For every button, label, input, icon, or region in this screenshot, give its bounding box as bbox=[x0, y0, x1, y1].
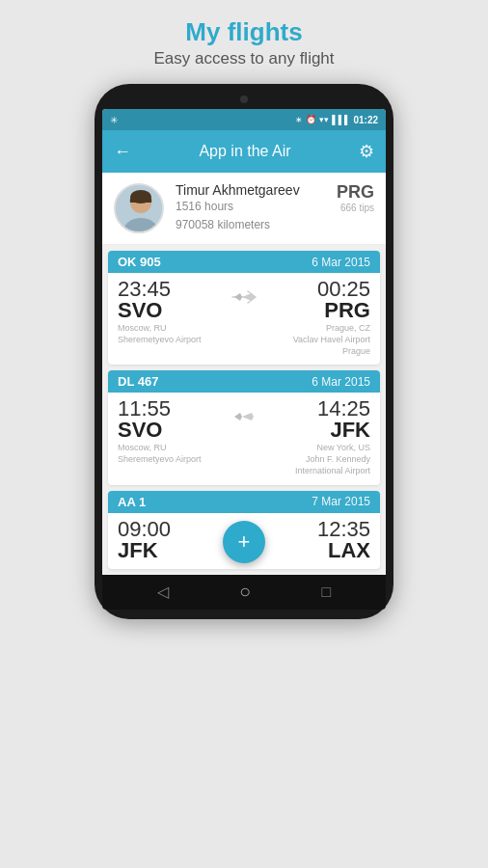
flight-dest-3: 12:35 LAX bbox=[250, 519, 370, 561]
status-right: ∗ ⏰ ▾▾ ▌▌▌ 01:22 bbox=[295, 115, 378, 125]
arr-iata-3: LAX bbox=[250, 540, 370, 561]
bluetooth-icon: ∗ bbox=[295, 115, 303, 124]
status-time: 01:22 bbox=[353, 115, 378, 125]
dep-time-1: 23:45 bbox=[118, 279, 225, 300]
signal-icon: ▌▌▌ bbox=[332, 115, 350, 124]
dep-iata-3: JFK bbox=[118, 540, 238, 561]
page-header: My flights Easy access to any flight bbox=[0, 0, 488, 80]
dep-city-2: Moscow, RUSheremetyevo Airport bbox=[118, 443, 225, 465]
flight-origin-2: 11:55 SVO Moscow, RUSheremetyevo Airport bbox=[118, 398, 225, 465]
profile-kilometers: 970058 kilometers bbox=[176, 216, 374, 234]
wifi-icon: ▾▾ bbox=[319, 115, 329, 124]
flight-dest-2: 14:25 JFK New York, USJohn F. Kennedy In… bbox=[263, 398, 370, 476]
page-subtitle: Easy access to any flight bbox=[0, 49, 488, 68]
app-status-icon: ✳ bbox=[110, 115, 118, 125]
flight-number-2: DL 467 bbox=[118, 374, 158, 389]
flights-container: OK 905 6 Mar 2015 23:45 SVO Moscow, RUSh… bbox=[102, 245, 386, 574]
alarm-icon: ⏰ bbox=[306, 115, 316, 124]
phone-device: ✳ ∗ ⏰ ▾▾ ▌▌▌ 01:22 ← App in the Air ⚙ bbox=[95, 84, 393, 619]
phone-camera bbox=[240, 95, 248, 103]
flight-date-1: 6 Mar 2015 bbox=[312, 256, 370, 269]
flight-origin-3: 09:00 JFK bbox=[118, 519, 238, 561]
nav-recent-button[interactable]: □ bbox=[322, 583, 332, 601]
settings-button[interactable]: ⚙ bbox=[359, 141, 374, 162]
app-bar: ← App in the Air ⚙ bbox=[102, 130, 386, 173]
flight-arrow-2 bbox=[230, 398, 258, 425]
status-bar: ✳ ∗ ⏰ ▾▾ ▌▌▌ 01:22 bbox=[102, 109, 386, 130]
profile-section: Timur Akhmetgareev 1516 hours 970058 kil… bbox=[102, 173, 386, 245]
flight-header-1: OK 905 6 Mar 2015 bbox=[108, 251, 380, 273]
arr-city-2: New York, USJohn F. Kennedy Internationa… bbox=[263, 443, 370, 476]
prg-badge: PRG 666 tips bbox=[337, 182, 374, 213]
flight-card-3[interactable]: AA 1 7 Mar 2015 09:00 JFK 12:35 LAX bbox=[108, 491, 380, 569]
page-title: My flights bbox=[0, 17, 488, 47]
dep-iata-1: SVO bbox=[118, 300, 225, 321]
phone-screen: ✳ ∗ ⏰ ▾▾ ▌▌▌ 01:22 ← App in the Air ⚙ bbox=[102, 109, 386, 610]
flight-card-1[interactable]: OK 905 6 Mar 2015 23:45 SVO Moscow, RUSh… bbox=[108, 251, 380, 365]
flight-arrow-1 bbox=[230, 279, 258, 306]
flight-number-3: AA 1 bbox=[118, 495, 146, 509]
arr-city-1: Prague, CZVaclav Havel Airport Prague bbox=[263, 323, 370, 357]
flight-date-3: 7 Mar 2015 bbox=[312, 495, 370, 508]
dep-time-3: 09:00 bbox=[118, 519, 238, 540]
nav-back-button[interactable]: ◁ bbox=[157, 583, 169, 601]
flight-body-2: 11:55 SVO Moscow, RUSheremetyevo Airport… bbox=[108, 393, 380, 484]
plus-icon: + bbox=[238, 531, 251, 553]
flight-header-3: AA 1 7 Mar 2015 bbox=[108, 491, 380, 513]
nav-bar: ◁ ○ □ bbox=[102, 575, 386, 610]
arr-iata-2: JFK bbox=[263, 420, 370, 441]
flight-dest-1: 00:25 PRG Prague, CZVaclav Havel Airport… bbox=[263, 279, 370, 357]
add-flight-fab[interactable]: + bbox=[223, 521, 265, 563]
flight-origin-1: 23:45 SVO Moscow, RUSheremetyevo Airport bbox=[118, 279, 225, 345]
avatar bbox=[114, 183, 164, 233]
arr-time-1: 00:25 bbox=[263, 279, 370, 300]
flight-card-2[interactable]: DL 467 6 Mar 2015 11:55 SVO Moscow, RUSh… bbox=[108, 370, 380, 484]
prg-code: PRG bbox=[337, 182, 374, 203]
back-button[interactable]: ← bbox=[114, 142, 131, 162]
arr-time-3: 12:35 bbox=[250, 519, 370, 540]
dep-city-1: Moscow, RUSheremetyevo Airport bbox=[118, 323, 225, 345]
nav-home-button[interactable]: ○ bbox=[239, 581, 251, 603]
dep-time-2: 11:55 bbox=[118, 398, 225, 420]
dep-iata-2: SVO bbox=[118, 420, 225, 441]
arr-iata-1: PRG bbox=[263, 300, 370, 321]
flight-date-2: 6 Mar 2015 bbox=[312, 375, 370, 389]
flight-body-1: 23:45 SVO Moscow, RUSheremetyevo Airport… bbox=[108, 273, 380, 365]
flight-header-2: DL 467 6 Mar 2015 bbox=[108, 370, 380, 393]
flight-number-1: OK 905 bbox=[118, 255, 161, 269]
app-bar-title: App in the Air bbox=[199, 143, 290, 160]
arr-time-2: 14:25 bbox=[263, 398, 370, 420]
prg-tips: 666 tips bbox=[337, 203, 374, 213]
